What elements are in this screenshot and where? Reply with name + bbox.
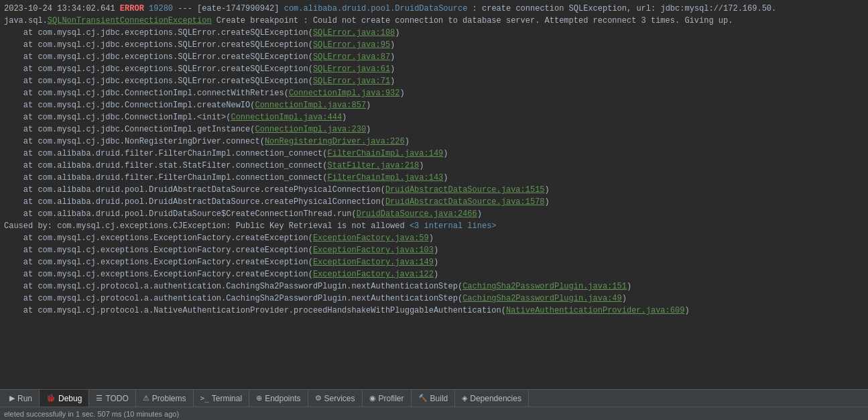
stack-link[interactable]: DruidDataSource.java:2466 bbox=[357, 209, 477, 219]
bottom-toolbar: ▶ Run 🐞 Debug ☰ TODO ⚠ Problems >_ Termi… bbox=[0, 389, 868, 407]
class-name: com.alibaba.druid.pool.DruidDataSource bbox=[284, 4, 468, 13]
stack-link[interactable]: CachingSha2PasswordPlugin.java:49 bbox=[462, 294, 622, 303]
tab-todo[interactable]: ☰ TODO bbox=[89, 390, 135, 407]
run-icon: ▶ bbox=[9, 394, 15, 403]
tab-endpoints[interactable]: ⊕ Endpoints bbox=[249, 390, 308, 407]
stack-link[interactable]: SQLError.java:87 bbox=[313, 52, 390, 62]
log-line: at com.mysql.cj.jdbc.ConnectionImpl.conn… bbox=[0, 87, 868, 99]
caused-by-line: Caused by: com.mysql.cj.exceptions.CJExc… bbox=[0, 220, 868, 232]
stack-link[interactable]: SQLError.java:71 bbox=[313, 76, 390, 86]
tab-debug-label: Debug bbox=[58, 394, 82, 403]
dependencies-icon: ◈ bbox=[462, 394, 467, 403]
stack-link[interactable]: ConnectionImpl.java:857 bbox=[255, 101, 366, 110]
endpoints-icon: ⊕ bbox=[256, 394, 262, 403]
thread-id: 19280 bbox=[149, 4, 173, 13]
log-line: at com.alibaba.druid.pool.DruidDataSourc… bbox=[0, 208, 868, 220]
log-line: at com.alibaba.druid.filter.stat.StatFil… bbox=[0, 160, 868, 172]
stack-link[interactable]: ExceptionFactory.java:59 bbox=[313, 233, 429, 243]
tab-build[interactable]: 🔨 Build bbox=[412, 390, 456, 407]
log-line: at com.mysql.cj.protocol.a.authenticatio… bbox=[0, 280, 868, 293]
tab-problems[interactable]: ⚠ Problems bbox=[136, 390, 194, 407]
log-area: 2023-10-24 13:34:02.641 ERROR 19280 --- … bbox=[0, 0, 868, 389]
stack-link[interactable]: ConnectionImpl.java:230 bbox=[255, 125, 366, 134]
tab-run-label: Run bbox=[17, 394, 32, 403]
status-text: eleted successfully in 1 sec. 507 ms (10… bbox=[4, 410, 179, 418]
log-line: at com.alibaba.druid.filter.FilterChainI… bbox=[0, 172, 868, 184]
tab-build-label: Build bbox=[430, 394, 448, 403]
stack-link[interactable]: ConnectionImpl.java:444 bbox=[231, 113, 342, 122]
status-bar: eleted successfully in 1 sec. 507 ms (10… bbox=[0, 407, 868, 420]
stack-link[interactable]: SQLError.java:108 bbox=[313, 28, 395, 38]
stack-link[interactable]: DruidAbstractDataSource.java:1515 bbox=[385, 185, 545, 195]
stack-link[interactable]: ExceptionFactory.java:122 bbox=[313, 270, 434, 279]
log-line: at com.mysql.cj.jdbc.NonRegisteringDrive… bbox=[0, 136, 868, 148]
stack-link[interactable]: ExceptionFactory.java:103 bbox=[313, 246, 434, 255]
tab-terminal[interactable]: >_ Terminal bbox=[194, 390, 250, 407]
log-line: at com.mysql.cj.jdbc.exceptions.SQLError… bbox=[0, 51, 868, 63]
tab-dependencies-label: Dependencies bbox=[470, 394, 521, 403]
error-level: ERROR bbox=[120, 4, 144, 13]
exception-link[interactable]: SQLNonTransientConnectionException bbox=[48, 16, 212, 25]
log-line: at com.mysql.cj.jdbc.ConnectionImpl.<ini… bbox=[0, 111, 868, 123]
stack-link[interactable]: FilterChainImpl.java:149 bbox=[327, 149, 443, 158]
tab-services[interactable]: ⚙ Services bbox=[308, 390, 363, 407]
log-line: at com.mysql.cj.jdbc.exceptions.SQLError… bbox=[0, 63, 868, 75]
tab-endpoints-label: Endpoints bbox=[265, 394, 300, 403]
log-line: at com.mysql.cj.exceptions.ExceptionFact… bbox=[0, 232, 868, 244]
collapsed-lines[interactable]: <3 internal lines> bbox=[410, 221, 497, 231]
stack-link[interactable]: CachingSha2PasswordPlugin.java:151 bbox=[462, 282, 627, 291]
tab-profiler[interactable]: ◉ Profiler bbox=[363, 390, 412, 407]
timestamp: 2023-10-24 13:34:02.641 bbox=[4, 4, 115, 13]
log-line: at com.mysql.cj.protocol.a.NativeAuthent… bbox=[0, 305, 868, 317]
tab-dependencies[interactable]: ◈ Dependencies bbox=[455, 390, 529, 407]
log-line: at com.mysql.cj.exceptions.ExceptionFact… bbox=[0, 268, 868, 280]
profiler-icon: ◉ bbox=[369, 394, 376, 403]
tab-services-label: Services bbox=[324, 394, 355, 403]
tab-run[interactable]: ▶ Run bbox=[3, 390, 40, 407]
log-line: at com.mysql.cj.jdbc.ConnectionImpl.getI… bbox=[0, 123, 868, 136]
stack-link[interactable]: FilterChainImpl.java:143 bbox=[327, 173, 443, 182]
log-line: at com.mysql.cj.jdbc.ConnectionImpl.crea… bbox=[0, 99, 868, 111]
tab-profiler-label: Profiler bbox=[379, 394, 404, 403]
stack-link[interactable]: ConnectionImpl.java:932 bbox=[289, 89, 400, 98]
log-line: 2023-10-24 13:34:02.641 ERROR 19280 --- … bbox=[0, 3, 868, 15]
tab-terminal-label: Terminal bbox=[212, 394, 242, 403]
services-icon: ⚙ bbox=[315, 394, 322, 403]
log-line: at com.mysql.cj.protocol.a.authenticatio… bbox=[0, 293, 868, 305]
stack-link[interactable]: DruidAbstractDataSource.java:1578 bbox=[385, 197, 545, 207]
stack-link[interactable]: NativeAuthenticationProvider.java:609 bbox=[506, 306, 684, 315]
log-line: at com.mysql.cj.jdbc.exceptions.SQLError… bbox=[0, 27, 868, 39]
log-line: at com.alibaba.druid.filter.FilterChainI… bbox=[0, 148, 868, 160]
log-line: at com.alibaba.druid.pool.DruidAbstractD… bbox=[0, 196, 868, 208]
stack-link[interactable]: ExceptionFactory.java:149 bbox=[313, 258, 434, 267]
problems-icon: ⚠ bbox=[143, 394, 149, 403]
log-line: at com.mysql.cj.exceptions.ExceptionFact… bbox=[0, 256, 868, 268]
tab-debug[interactable]: 🐞 Debug bbox=[40, 390, 89, 407]
stack-link[interactable]: SQLError.java:61 bbox=[313, 64, 390, 74]
log-line: at com.mysql.cj.jdbc.exceptions.SQLError… bbox=[0, 39, 868, 51]
log-line: at com.alibaba.druid.pool.DruidAbstractD… bbox=[0, 184, 868, 196]
tab-todo-label: TODO bbox=[105, 394, 128, 403]
debug-icon: 🐞 bbox=[46, 394, 56, 403]
build-icon: 🔨 bbox=[418, 394, 428, 403]
stack-link[interactable]: SQLError.java:95 bbox=[313, 40, 390, 50]
log-line: java.sql.SQLNonTransientConnectionExcept… bbox=[0, 15, 868, 27]
stack-link[interactable]: NonRegisteringDriver.java:226 bbox=[265, 137, 405, 146]
stack-link[interactable]: StatFilter.java:218 bbox=[327, 161, 419, 170]
todo-icon: ☰ bbox=[96, 394, 103, 403]
tab-problems-label: Problems bbox=[152, 394, 186, 403]
terminal-icon: >_ bbox=[200, 394, 209, 403]
log-line: at com.mysql.cj.jdbc.exceptions.SQLError… bbox=[0, 75, 868, 87]
log-line: at com.mysql.cj.exceptions.ExceptionFact… bbox=[0, 244, 868, 256]
